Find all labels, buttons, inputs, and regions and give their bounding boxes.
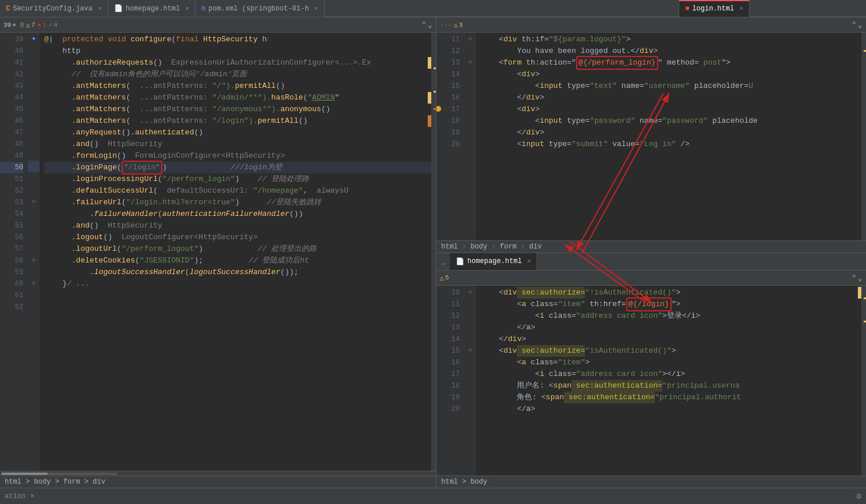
rb-breadcrumb: html > body [436, 475, 866, 488]
gutter-52 [28, 184, 40, 196]
rb-collapse-icon[interactable]: ⎯ [436, 253, 450, 270]
rt-line-12: You have been logged out.</div> [481, 45, 861, 57]
rb-toolbar-arrows[interactable]: ⌃ ⌄ [851, 273, 863, 283]
gutter-50 [28, 161, 40, 172]
tab-pomxml-label: pom.xml (springboot-01-h [208, 5, 309, 13]
status-label: ation [5, 492, 26, 501]
gutter-46 [28, 114, 40, 126]
rt-line-20: <input type="submit" value="Log in" /> [481, 139, 861, 150]
left-scrollbar[interactable] [0, 471, 436, 475]
code-line-48: .and() HttpSecurity [44, 139, 431, 150]
code-line-55: .and() HttpSecurity [44, 220, 431, 232]
rb-code-container[interactable]: 10 11 12 13 14 15 16 17 18 19 20 ◇ [436, 286, 866, 476]
gutter-59 [28, 265, 40, 277]
rt-gutter-16 [464, 91, 476, 102]
gutter-39: ● [28, 33, 40, 44]
left-ok-badge: ✓ 4 [48, 21, 57, 29]
html-file-icon-1: 📄 [114, 4, 123, 13]
tab-login-label: login.html [692, 5, 734, 13]
left-scroll-indicator[interactable] [431, 33, 436, 471]
code-line-44: .antMatchers( ...antPatterns: "/admin/**… [44, 92, 431, 104]
arrow-up-left[interactable]: ⌃ [421, 20, 426, 30]
code-line-42: // 仅有admin角色的用户可以访问'/admin'页面 [44, 69, 431, 80]
rt-line-16: </div> [481, 92, 861, 104]
rb-gutter-12 [464, 309, 476, 321]
tab-login[interactable]: ■ login.html × [679, 0, 750, 17]
code-line-45: .antMatchers( ...antPatterns: "/anonymou… [44, 104, 431, 115]
tab-homepage1[interactable]: 📄 homepage.html × [108, 0, 196, 17]
arrow-down-left[interactable]: ⌄ [428, 20, 432, 30]
rt-line-19: </div> [481, 127, 861, 139]
tab-homepage2-label: homepage.html [467, 257, 522, 265]
rt-warn-badge: △ 3 [454, 21, 463, 29]
rb-line-20: </a> [481, 403, 861, 415]
rb-tab-bar: ⎯ 📄 homepage.html × [436, 253, 866, 271]
tab-homepage1-label: homepage.html [126, 5, 180, 13]
code-line-47: .anyRequest().authenticated() [44, 127, 431, 139]
tab-homepage2-close[interactable]: × [527, 258, 531, 265]
rb-gutter: ◇ ◇ [464, 286, 476, 476]
rb-line-14: </div> [481, 333, 861, 345]
gutter-58: ◇ [28, 254, 40, 265]
rb-line-11: <a class="item" th:href= @{/login} "> [481, 299, 861, 310]
rb-arrow-down[interactable]: ⌄ [858, 273, 863, 283]
gutter-53: ◇ [28, 196, 40, 207]
settings-gear-icon[interactable]: ⚙ [857, 491, 861, 501]
rt-arrow-up[interactable]: ⌃ [851, 20, 856, 30]
breadcrumb-text: html > body > form > div [5, 478, 105, 486]
rb-toolbar: △ 5 ⌃ ⌄ [436, 271, 866, 286]
status-right: ⚙ [857, 491, 861, 501]
rb-gutter-13 [464, 321, 476, 332]
rt-breadcrumb-text: html › body › form › div [441, 243, 542, 251]
rt-gutter-11: ◇ [464, 33, 476, 44]
tab-security-close[interactable]: × [98, 5, 102, 12]
rb-line-17: <i class="address card icon" ></i> [481, 368, 861, 380]
right-top-toolbar: ··· △ 3 ⌃ ⌄ [436, 17, 866, 33]
rt-scroll-indicator[interactable] [861, 33, 866, 240]
tab-security-config[interactable]: C SecurityConfig.java × [0, 0, 108, 17]
html-file-icon-login: ■ [685, 5, 689, 13]
code-line-49: .formLogin() FormLoginConfigurer<HttpSec… [44, 150, 431, 162]
tab-homepage1-close[interactable]: × [185, 5, 189, 12]
left-code-container[interactable]: 39 40 41 42 43 44 45 46 47 48 49 50 51 5… [0, 33, 436, 471]
rt-gutter-18 [464, 114, 476, 126]
rb-arrow-up[interactable]: ⌃ [851, 273, 856, 283]
rt-line-14: <div> [481, 69, 861, 80]
rt-code-content[interactable]: <div th:if="${param.logout}" > You have … [476, 33, 861, 240]
status-close[interactable]: × [30, 492, 34, 501]
rb-scroll-indicator[interactable] [861, 286, 866, 476]
tab-login-close[interactable]: × [739, 5, 743, 12]
gutter-45 [28, 102, 40, 114]
rt-gutter-15 [464, 79, 476, 91]
rt-line-13: <form th:action="@{/perform_login}" meth… [481, 57, 861, 69]
rt-arrow-down[interactable]: ⌄ [858, 20, 863, 30]
right-top-code-container[interactable]: 11 12 13 14 15 16 17 18 19 20 [436, 33, 866, 240]
rb-code-content[interactable]: <div sec:authorize="!isAuthenticated()" … [476, 286, 861, 476]
rb-gutter-19 [464, 391, 476, 402]
rt-overflow-indicator: ··· [440, 22, 452, 29]
tab-pomxml[interactable]: m pom.xml (springboot-01-h × [196, 0, 325, 17]
rb-line-18: 用户名: <span sec:authentication="principal… [481, 380, 861, 392]
tab-homepage2[interactable]: 📄 homepage.html × [450, 253, 537, 270]
code-line-59: .logoutSuccessHandler(logoutSuccessHandl… [44, 267, 431, 278]
code-line-60: }/ ... [44, 278, 431, 290]
code-line-40: http [44, 45, 431, 57]
rb-gutter-14 [464, 332, 476, 344]
rt-breadcrumb: html › body › form › div [436, 240, 866, 253]
code-line-39: @| protected void configure (final HttpS… [44, 34, 431, 45]
rb-line-15: <div sec:authorize="isAuthenticated()" > [481, 345, 861, 357]
tab-pomxml-close[interactable]: × [314, 5, 318, 12]
gutter-55 [28, 219, 40, 230]
rb-line-10: <div sec:authorize="!isAuthenticated()" … [481, 287, 861, 299]
left-toolbar-arrows[interactable]: ⌃ ⌄ [421, 20, 432, 30]
rb-line-12: <i class="address card icon" >登录</i> [481, 310, 861, 322]
left-code-content[interactable]: @| protected void configure (final HttpS… [40, 33, 431, 471]
code-line-50: .loginPage( "/login" ) ///login为登 [44, 162, 431, 173]
code-line-53: .failureUrl("/login.html?error=true") //… [44, 197, 431, 208]
rb-gutter-16 [464, 356, 476, 367]
rt-toolbar-arrows[interactable]: ⌃ ⌄ [851, 20, 863, 30]
rt-gutter-14 [464, 68, 476, 79]
rb-line-19: 角色: <span sec:authentication="principal.… [481, 392, 861, 403]
code-line-41: .authorizeRequests() ExpressionUrlAuthor… [44, 57, 431, 69]
status-left: ation × [5, 492, 850, 501]
